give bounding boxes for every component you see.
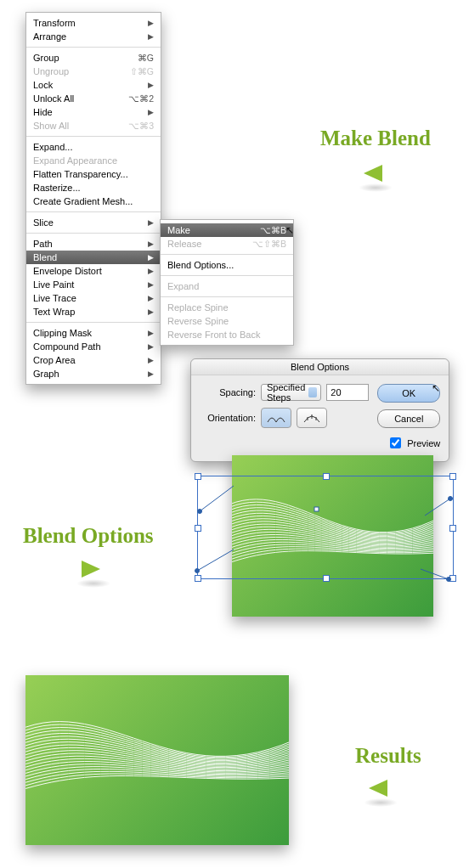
submenu-arrow-icon: ▶ — [148, 356, 154, 364]
cursor-icon: ↖ — [432, 382, 440, 394]
svg-line-4 — [425, 499, 450, 516]
submenu-item-blend-options-[interactable]: Blend Options... — [161, 258, 293, 272]
shortcut: ⌘G — [138, 53, 154, 63]
submenu-arrow-icon: ▶ — [148, 342, 154, 351]
svg-point-7 — [447, 578, 451, 582]
menu-item-blend[interactable]: Blend▶ — [26, 251, 161, 264]
bezier-handles — [187, 469, 459, 596]
spacing-label: Spacing: — [200, 387, 256, 397]
menu-separator — [161, 296, 293, 297]
svg-point-1 — [198, 510, 202, 514]
submenu-arrow-icon: ▶ — [148, 240, 154, 248]
menu-item-live-paint[interactable]: Live Paint▶ — [26, 278, 161, 291]
submenu-arrow-icon: ▶ — [148, 267, 154, 275]
shortcut: ⌥⇧⌘B — [252, 239, 286, 249]
submenu-item-reverse-front-to-back: Reverse Front to Back — [161, 328, 293, 341]
menu-item-transform[interactable]: Transform▶ — [26, 16, 161, 30]
submenu-item-release: Release⌥⇧⌘B — [161, 237, 293, 251]
submenu-arrow-icon: ▶ — [148, 369, 154, 378]
orientation-align-page[interactable] — [261, 408, 291, 428]
artboard-result — [25, 675, 289, 845]
menu-separator — [26, 322, 161, 323]
submenu-arrow-icon: ▶ — [148, 32, 154, 41]
object-menu[interactable]: Transform▶Arrange▶Group⌘GUngroup⇧⌘GLock▶… — [25, 12, 161, 385]
submenu-arrow-icon: ▶ — [148, 81, 154, 89]
cancel-button[interactable]: Cancel — [377, 409, 440, 428]
menu-item-flatten-transparency-[interactable]: Flatten Transparency... — [26, 167, 161, 181]
menu-item-envelope-distort[interactable]: Envelope Distort▶ — [26, 264, 161, 278]
blend-options-dialog: Blend Options Spacing: Specified Steps O… — [190, 358, 449, 462]
arrow-right-icon — [82, 561, 100, 578]
preview-check[interactable] — [390, 437, 401, 448]
submenu-arrow-icon: ▶ — [148, 307, 154, 316]
arrow-left-icon — [369, 780, 387, 797]
submenu-arrow-icon: ▶ — [148, 253, 154, 262]
shortcut: ⌥⌘B — [260, 225, 286, 235]
svg-point-5 — [449, 497, 453, 501]
section-title-make: Make Blend — [320, 127, 431, 150]
menu-item-lock[interactable]: Lock▶ — [26, 78, 161, 92]
menu-item-compound-path[interactable]: Compound Path▶ — [26, 340, 161, 353]
orientation-align-path[interactable] — [297, 408, 327, 428]
spacing-value-input[interactable] — [326, 384, 369, 401]
blend-result — [25, 675, 289, 845]
menu-item-live-trace[interactable]: Live Trace▶ — [26, 291, 161, 305]
menu-item-expand-appearance: Expand Appearance — [26, 154, 161, 167]
arrow-left-icon — [364, 165, 382, 182]
submenu-arrow-icon: ▶ — [148, 218, 154, 227]
svg-point-3 — [195, 569, 200, 573]
menu-separator — [26, 136, 161, 137]
arrow-shadow — [76, 579, 110, 588]
menu-separator — [161, 254, 293, 255]
menu-separator — [161, 275, 293, 276]
orientation-label: Orientation: — [200, 413, 256, 423]
svg-line-2 — [197, 550, 234, 571]
blend-submenu[interactable]: Make⌥⌘BRelease⌥⇧⌘BBlend Options...Expand… — [160, 219, 294, 346]
menu-item-expand-[interactable]: Expand... — [26, 140, 161, 154]
menu-item-path[interactable]: Path▶ — [26, 237, 161, 251]
menu-item-clipping-mask[interactable]: Clipping Mask▶ — [26, 326, 161, 340]
menu-item-crop-area[interactable]: Crop Area▶ — [26, 353, 161, 367]
dialog-title: Blend Options — [191, 359, 449, 375]
arrow-shadow — [359, 183, 393, 192]
shortcut: ⇧⌘G — [130, 66, 154, 76]
menu-item-slice[interactable]: Slice▶ — [26, 216, 161, 229]
menu-item-create-gradient-mesh-[interactable]: Create Gradient Mesh... — [26, 194, 161, 208]
submenu-arrow-icon: ▶ — [148, 280, 154, 289]
submenu-item-replace-spine: Replace Spine — [161, 301, 293, 314]
shortcut: ⌥⌘2 — [128, 93, 154, 104]
submenu-arrow-icon: ▶ — [148, 19, 154, 27]
arrow-shadow — [364, 798, 398, 807]
submenu-arrow-icon: ▶ — [148, 108, 154, 116]
menu-item-arrange[interactable]: Arrange▶ — [26, 30, 161, 43]
cursor-icon: ↖ — [285, 224, 294, 236]
menu-item-hide[interactable]: Hide▶ — [26, 105, 161, 119]
menu-separator — [26, 211, 161, 212]
menu-item-graph[interactable]: Graph▶ — [26, 367, 161, 380]
submenu-arrow-icon: ▶ — [148, 294, 154, 302]
submenu-arrow-icon: ▶ — [148, 329, 154, 337]
spacing-dropdown[interactable]: Specified Steps — [261, 384, 321, 401]
svg-rect-8 — [314, 507, 319, 511]
align-page-icon — [267, 412, 285, 424]
svg-line-0 — [200, 486, 234, 511]
menu-separator — [26, 233, 161, 234]
shortcut: ⌥⌘3 — [128, 121, 154, 131]
section-title-results: Results — [355, 744, 421, 768]
submenu-item-reverse-spine: Reverse Spine — [161, 314, 293, 328]
submenu-item-make[interactable]: Make⌥⌘B — [161, 223, 293, 237]
menu-item-show-all: Show All⌥⌘3 — [26, 119, 161, 132]
menu-item-ungroup: Ungroup⇧⌘G — [26, 65, 161, 78]
menu-separator — [26, 47, 161, 48]
svg-line-6 — [421, 569, 449, 579]
section-title-opts: Blend Options — [23, 524, 154, 548]
menu-item-unlock-all[interactable]: Unlock All⌥⌘2 — [26, 92, 161, 105]
align-path-icon — [302, 412, 321, 424]
preview-checkbox[interactable]: Preview — [377, 435, 440, 451]
submenu-item-expand: Expand — [161, 279, 293, 293]
menu-item-text-wrap[interactable]: Text Wrap▶ — [26, 305, 161, 318]
menu-item-group[interactable]: Group⌘G — [26, 51, 161, 65]
menu-item-rasterize-[interactable]: Rasterize... — [26, 181, 161, 194]
